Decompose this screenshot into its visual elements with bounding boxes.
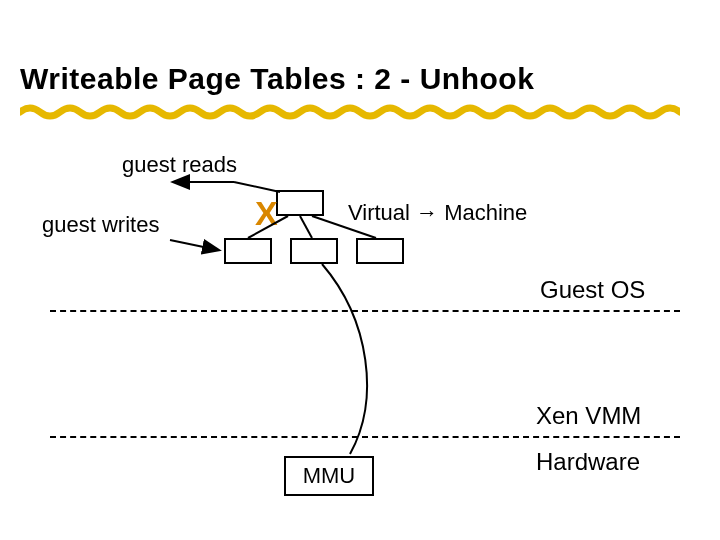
svg-line-2	[234, 182, 280, 192]
divider-guest-xen	[50, 310, 680, 312]
title-underline	[20, 104, 680, 120]
label-guest-reads: guest reads	[122, 152, 237, 178]
label-xen-vmm: Xen VMM	[536, 402, 641, 430]
divider-xen-hardware	[50, 436, 680, 438]
label-hardware: Hardware	[536, 448, 640, 476]
box-pt-3	[356, 238, 404, 264]
box-root-pt	[276, 190, 324, 216]
x-mark-icon: X	[255, 194, 278, 233]
box-mmu: MMU	[284, 456, 374, 496]
svg-line-5	[300, 216, 312, 238]
label-mmu: MMU	[303, 463, 356, 489]
label-guest-writes: guest writes	[42, 212, 159, 238]
label-guest-os: Guest OS	[540, 276, 645, 304]
box-pt-1	[224, 238, 272, 264]
label-virtual-machine: Virtual → Machine	[348, 200, 527, 226]
slide-title: Writeable Page Tables : 2 - Unhook	[20, 62, 534, 96]
svg-line-3	[170, 240, 218, 250]
box-pt-2	[290, 238, 338, 264]
